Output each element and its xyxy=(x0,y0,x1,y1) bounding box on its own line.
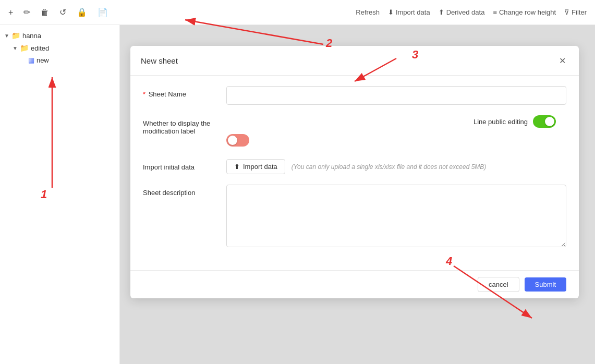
modification-label: Whether to display the modification labe… xyxy=(143,115,226,135)
dialog-body: * Sheet Name Whether to display the modi… xyxy=(130,76,579,270)
dialog-close-button[interactable]: ✕ xyxy=(556,54,568,67)
import-data-row: Import initial data ⬆ Import data (You c… xyxy=(143,159,566,174)
sidebar-item-new[interactable]: ▼ ▦ new xyxy=(0,54,119,66)
dialog-title: New sheet xyxy=(141,56,178,65)
toolbar-actions: Refresh ⬇ Import data ⬆ Derived data ≡ C… xyxy=(356,8,587,16)
refresh-btn[interactable]: Refresh xyxy=(356,8,380,16)
cancel-button[interactable]: cancel xyxy=(478,277,519,292)
derived-data-btn[interactable]: ⬆ Derived data xyxy=(439,8,485,16)
sidebar-item-hanna[interactable]: ▼ 📁 hanna xyxy=(0,29,119,42)
sidebar-item-label: hanna xyxy=(22,32,41,40)
dialog-footer: cancel Submit xyxy=(130,270,579,298)
sheet-name-label: * Sheet Name xyxy=(143,86,226,98)
arrow-icon: ▼ xyxy=(13,45,18,51)
required-mark: * xyxy=(143,90,145,98)
sheet-description-input[interactable] xyxy=(226,185,566,247)
delete-icon[interactable]: 🗑 xyxy=(41,8,49,17)
folder-icon: 📁 xyxy=(11,31,20,40)
refresh-icon[interactable]: ↺ xyxy=(59,7,66,17)
toggles-container: Line public editing xyxy=(226,115,566,149)
sheet-name-control xyxy=(226,86,566,105)
add-icon[interactable]: + xyxy=(8,8,13,17)
arrow-icon: ▼ xyxy=(4,33,9,39)
sidebar: ▼ 📁 hanna ▼ 📁 edited ▼ ▦ new xyxy=(0,25,120,364)
line-public-editing-label: Line public editing xyxy=(473,118,528,126)
new-sheet-dialog: New sheet ✕ * Sheet Name Whether to dis xyxy=(130,46,579,298)
import-hint: (You can only upload a single xls/xlsx f… xyxy=(292,163,487,171)
content-area: New sheet ✕ * Sheet Name Whether to dis xyxy=(120,25,595,364)
modification-toggle-wrapper xyxy=(226,134,566,149)
line-public-editing-row: Line public editing xyxy=(226,115,566,128)
toolbar: + ✏ 🗑 ↺ 🔒 📄 Refresh ⬇ Import data ⬆ Deri… xyxy=(0,0,595,25)
sidebar-item-label: new xyxy=(37,56,49,64)
folder-icon: 📁 xyxy=(20,44,29,52)
main-layout: ▼ 📁 hanna ▼ 📁 edited ▼ ▦ new New sheet ✕ xyxy=(0,25,595,364)
sheet-name-input[interactable] xyxy=(226,86,566,105)
sheet-description-label: Sheet description xyxy=(143,185,226,197)
line-public-editing-toggle[interactable] xyxy=(533,115,556,128)
sidebar-item-edited[interactable]: ▼ 📁 edited xyxy=(0,42,119,54)
dialog-header: New sheet ✕ xyxy=(130,46,579,76)
line-public-editing-option: Line public editing xyxy=(473,115,556,128)
lock-icon[interactable]: 🔒 xyxy=(77,7,87,17)
filter-btn[interactable]: ⊽ Filter xyxy=(564,8,587,16)
sheet-icon: ▦ xyxy=(28,56,34,64)
sheet-name-row: * Sheet Name xyxy=(143,86,566,105)
import-data-control: ⬆ Import data (You can only upload a sin… xyxy=(226,159,566,174)
upload-icon: ⬆ xyxy=(234,163,240,171)
sidebar-item-label: edited xyxy=(31,44,49,52)
import-data-button[interactable]: ⬆ Import data xyxy=(226,159,285,174)
toggle-section: Whether to display the modification labe… xyxy=(143,115,566,149)
import-data-label: Import initial data xyxy=(143,159,226,171)
submit-button[interactable]: Submit xyxy=(525,277,566,292)
modification-label-toggle[interactable] xyxy=(226,134,249,147)
import-btn-label: Import data xyxy=(243,163,277,171)
sheet-description-control xyxy=(226,185,566,249)
change-row-height-btn[interactable]: ≡ Change row height xyxy=(493,8,556,16)
sheet-description-row: Sheet description xyxy=(143,185,566,249)
edit-icon[interactable]: ✏ xyxy=(23,7,30,17)
file-icon[interactable]: 📄 xyxy=(98,7,108,17)
import-data-btn[interactable]: ⬇ Import data xyxy=(388,8,430,16)
